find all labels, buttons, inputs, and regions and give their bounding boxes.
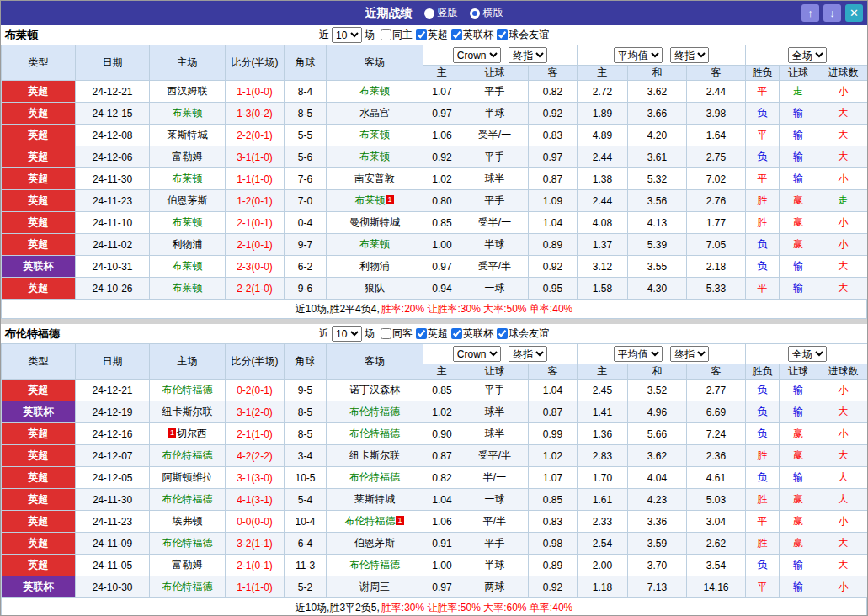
score-cell[interactable]: 3-1(3-0)	[226, 467, 285, 489]
score-cell[interactable]: 2-1(1-0)	[226, 423, 285, 445]
sub-header-goals: 进球数	[817, 66, 868, 81]
avg-source-select[interactable]: 平均值	[614, 346, 663, 362]
score-cell[interactable]: 4-2(2-2)	[226, 445, 285, 467]
sub-header-euro-away: 客	[687, 66, 746, 81]
match-count-select[interactable]: 10	[332, 27, 362, 43]
score-cell[interactable]: 3-1(2-0)	[226, 401, 285, 423]
odds-final-select[interactable]: 终指	[509, 47, 547, 63]
score-cell[interactable]: 2-2(0-1)	[226, 125, 285, 146]
team-link[interactable]: 利物浦	[173, 238, 203, 250]
checkbox-input[interactable]	[497, 29, 508, 40]
team-link[interactable]: 纽卡斯尔联	[349, 449, 400, 461]
odds-source-select[interactable]: Crown	[453, 47, 501, 63]
team-link[interactable]: 南安普敦	[354, 173, 395, 184]
team-link[interactable]: 布莱顿	[359, 151, 390, 162]
team-link[interactable]: 富勒姆	[173, 151, 203, 162]
score-cell[interactable]: 3-1(1-0)	[226, 146, 285, 168]
avg-source-select[interactable]: 平均值	[614, 47, 663, 63]
team-link[interactable]: 布伦特福德	[344, 515, 395, 527]
score-cell[interactable]: 1-1(0-0)	[226, 81, 285, 103]
league-cup-checkbox[interactable]: 英联杯	[448, 28, 493, 42]
team-link[interactable]: 布莱顿	[173, 282, 203, 294]
view-mode-option[interactable]: 横版	[470, 6, 503, 20]
score-cell[interactable]: 3-2(1-1)	[226, 533, 285, 555]
team-link[interactable]: 诺丁汉森林	[349, 384, 400, 396]
team-link[interactable]: 阿斯顿维拉	[162, 471, 213, 483]
score-cell[interactable]: 2-3(0-0)	[226, 256, 285, 278]
team-link[interactable]: 布莱顿	[173, 216, 203, 228]
match-row: 英超 24-12-21 西汉姆联 1-1(0-0) 8-4 布莱顿 1.07 平…	[2, 81, 868, 103]
team-link[interactable]: 布伦特福德	[162, 449, 213, 461]
team-link[interactable]: 布伦特福德	[162, 384, 213, 396]
team-link[interactable]: 切尔西	[177, 427, 207, 439]
score-cell[interactable]: 1-3(0-2)	[226, 103, 285, 125]
team-link[interactable]: 布莱顿	[359, 238, 390, 250]
avg-final-select[interactable]: 终指	[670, 346, 709, 362]
checkbox-input[interactable]	[416, 29, 427, 40]
team-link[interactable]: 布莱顿	[359, 85, 390, 97]
checkbox-input[interactable]	[451, 29, 462, 40]
same-home-checkbox[interactable]: 同主	[377, 28, 413, 42]
score-cell[interactable]: 1-1(1-0)	[226, 576, 285, 598]
team-link[interactable]: 狼队	[365, 282, 385, 294]
team-link[interactable]: 曼彻斯特城	[349, 216, 400, 228]
team-link[interactable]: 西汉姆联	[168, 85, 208, 97]
score-cell[interactable]: 1-2(0-1)	[226, 190, 285, 212]
close-button[interactable]: ✕	[845, 4, 863, 22]
avg-final-select[interactable]: 终指	[670, 47, 709, 63]
team-link[interactable]: 谢周三	[359, 581, 390, 592]
friendly-checkbox[interactable]: 球会友谊	[493, 28, 549, 42]
team-link[interactable]: 伯恩茅斯	[354, 537, 395, 549]
team-link[interactable]: 布伦特福德	[162, 493, 213, 505]
checkbox-input[interactable]	[381, 29, 391, 40]
team-link[interactable]: 布伦特福德	[349, 559, 400, 571]
team-link[interactable]: 布莱顿	[359, 129, 390, 141]
scope-select[interactable]: 全场	[788, 346, 827, 362]
team-link[interactable]: 利物浦	[359, 260, 390, 272]
team-link[interactable]: 水晶宫	[359, 107, 390, 119]
score-cell[interactable]: 1-1(1-0)	[226, 168, 285, 190]
score-cell[interactable]: 0-2(0-1)	[226, 380, 285, 401]
team-link[interactable]: 布莱顿	[173, 260, 203, 272]
team-link[interactable]: 莱斯特城	[168, 129, 208, 141]
team-link[interactable]: 布伦特福德	[349, 471, 400, 483]
team-link[interactable]: 布伦特福德	[349, 406, 400, 417]
result-goals: 大	[817, 445, 868, 467]
league-epl-checkbox[interactable]: 英超	[413, 28, 448, 42]
match-count-select[interactable]: 10	[332, 326, 362, 342]
euro-draw-odds: 3.52	[628, 380, 687, 401]
team-link[interactable]: 布伦特福德	[162, 537, 213, 549]
team-link[interactable]: 纽卡斯尔联	[162, 406, 213, 417]
odds-final-select[interactable]: 终指	[509, 346, 547, 362]
score-cell[interactable]: 2-1(0-1)	[226, 234, 285, 256]
team-link[interactable]: 布伦特福德	[162, 581, 213, 592]
odds-source-select[interactable]: Crown	[453, 346, 501, 362]
team-link[interactable]: 埃弗顿	[173, 515, 203, 527]
team-link[interactable]: 布莱顿	[173, 107, 203, 119]
checkbox-input[interactable]	[416, 328, 427, 339]
score-cell[interactable]: 4-1(3-1)	[226, 489, 285, 511]
team-link[interactable]: 莱斯特城	[354, 493, 395, 505]
team-link[interactable]: 伯恩茅斯	[168, 194, 208, 206]
score-cell[interactable]: 2-1(0-1)	[226, 212, 285, 234]
checkbox-input[interactable]	[451, 328, 462, 339]
result-handicap: 赢	[780, 212, 817, 234]
checkbox-input[interactable]	[497, 328, 508, 339]
league-epl-checkbox[interactable]: 英超	[413, 327, 448, 341]
score-cell[interactable]: 2-1(0-1)	[226, 555, 285, 576]
score-cell[interactable]: 0-0(0-0)	[226, 511, 285, 533]
league-cup-checkbox[interactable]: 英联杯	[448, 327, 493, 341]
same-away-checkbox[interactable]: 同客	[377, 327, 413, 341]
move-up-button[interactable]: ↑	[801, 4, 819, 22]
team-link[interactable]: 布伦特福德	[349, 427, 400, 439]
match-row: 英联杯 24-10-31 布莱顿 2-3(0-0) 6-2 利物浦 0.97 受…	[2, 256, 868, 278]
team-link[interactable]: 布莱顿	[354, 194, 385, 206]
checkbox-input[interactable]	[381, 328, 391, 339]
friendly-checkbox[interactable]: 球会友谊	[493, 327, 549, 341]
scope-select[interactable]: 全场	[788, 47, 827, 63]
score-cell[interactable]: 2-2(1-0)	[226, 278, 285, 300]
view-mode-option[interactable]: 竖版	[424, 6, 458, 20]
team-link[interactable]: 布莱顿	[173, 173, 203, 184]
move-down-button[interactable]: ↓	[823, 4, 841, 22]
team-link[interactable]: 富勒姆	[173, 559, 203, 571]
